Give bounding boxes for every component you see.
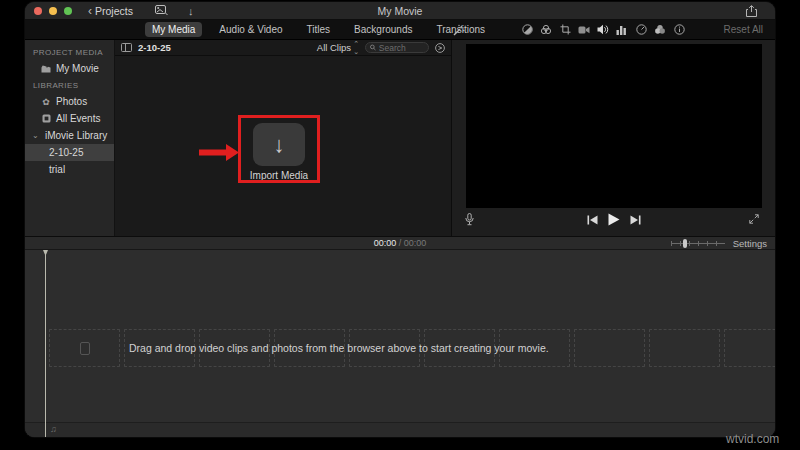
sidebar-item-label: iMovie Library [45,130,107,141]
event-title: 2-10-25 [138,42,171,53]
photos-flower-icon: ✿ [41,97,51,107]
noise-equalizer-icon[interactable] [616,24,628,36]
media-browser-header: 2-10-25 All Clips ⌃⌄ [115,40,451,56]
timeline-pane[interactable]: Drag and drop video clips and photos fro… [25,250,775,437]
chevron-left-icon: ‹ [88,6,92,16]
sidebar-item-all-events[interactable]: All Events [25,110,114,127]
minimize-window-button[interactable] [49,7,57,15]
color-balance-icon[interactable] [521,24,533,36]
clip-placeholder-box [49,329,120,367]
sidebar-item-label: Photos [56,96,87,107]
audio-lane: ♫ [25,423,775,437]
media-browser-pane: 2-10-25 All Clips ⌃⌄ ↓ [115,40,452,236]
speed-icon[interactable] [635,24,647,36]
watermark: wtvid.com [726,432,779,446]
sidebar-item-photos[interactable]: ✿ Photos [25,93,114,110]
toggle-sidebar-icon[interactable] [121,43,132,52]
timecode: 00:00 / 00:00 [374,238,427,248]
search-field[interactable] [365,42,429,53]
content-row: PROJECT MEDIA My Movie LIBRARIES ✿ Photo… [25,40,775,236]
window-title: My Movie [25,5,775,17]
timecode-total: 00:00 [404,238,427,248]
clip-placeholder-box [724,329,775,367]
annotation-red-rectangle [238,115,320,183]
transport-controls [452,213,775,226]
sidebar-item-label: My Movie [56,63,99,74]
tab-bar: My Media Audio & Video Titles Background… [25,20,775,40]
sidebar-item-trial[interactable]: trial [25,161,114,178]
timeline-zoom-slider[interactable] [671,240,725,247]
search-icon [370,44,376,51]
clip-placeholder-box [574,329,645,367]
sidebar-item-my-movie[interactable]: My Movie [25,60,114,77]
imovie-window: ‹ Projects ↓ My Movie My Media Audio & V… [25,2,775,437]
chevron-updown-icon: ⌃⌄ [353,40,359,56]
effects-icon[interactable] [654,24,666,36]
tab-my-media[interactable]: My Media [145,22,202,37]
chevron-down-icon[interactable]: ⌄ [32,131,40,140]
timecode-current: 00:00 [374,238,397,248]
playhead[interactable] [45,250,46,437]
sidebar-item-label: All Events [56,113,100,124]
video-preview [466,44,762,208]
desktop-background: ‹ Projects ↓ My Movie My Media Audio & V… [0,0,800,450]
media-placeholder-icon [80,342,90,355]
projects-back-button[interactable]: ‹ Projects [88,5,133,17]
viewer-controls [452,208,775,236]
reset-all-button[interactable]: Reset All [724,24,763,35]
title-bar: ‹ Projects ↓ My Movie [25,2,775,20]
sidebar-item-imovie-library[interactable]: ⌄ iMovie Library [25,127,114,144]
clapperboard-icon [41,65,51,73]
skip-forward-icon[interactable] [630,215,641,225]
clips-filter-label: All Clips [317,42,351,53]
skip-back-icon[interactable] [587,215,598,225]
tab-titles[interactable]: Titles [300,22,338,37]
zoom-slider-thumb[interactable] [683,239,687,248]
timeline-settings-button[interactable]: Settings [733,238,767,249]
fullscreen-icon[interactable] [749,214,759,224]
libraries-header: LIBRARIES [25,77,114,93]
annotation-red-arrow [199,144,239,161]
clip-placeholder-box [649,329,720,367]
music-note-icon: ♫ [50,424,57,434]
play-icon[interactable] [608,213,620,226]
volume-icon[interactable] [597,24,609,36]
traffic-lights [34,7,72,15]
all-events-icon [41,114,51,123]
sidebar: PROJECT MEDIA My Movie LIBRARIES ✿ Photo… [25,40,115,236]
adjustment-toolbar [521,24,685,36]
clips-filter-dropdown[interactable]: All Clips ⌃⌄ [317,40,359,56]
crop-icon[interactable] [559,24,571,36]
search-input[interactable] [379,43,424,53]
timeline-toolbar-right: Settings [671,238,767,249]
enhance-wand-icon[interactable] [453,24,465,36]
timeline-toolbar: 00:00 / 00:00 Settings [25,236,775,250]
stabilization-icon[interactable] [578,24,590,36]
timeline-drop-message: Drag and drop video clips and photos fro… [129,329,549,367]
clip-info-icon[interactable] [673,24,685,36]
project-media-header: PROJECT MEDIA [25,44,114,60]
zoom-window-button[interactable] [64,7,72,15]
viewer-pane [452,40,775,236]
browser-tabs: My Media Audio & Video Titles Background… [145,22,492,37]
close-window-button[interactable] [34,7,42,15]
share-icon[interactable] [746,5,757,17]
import-arrow-icon[interactable]: ↓ [188,5,194,17]
clip-filter-icon[interactable] [435,43,445,53]
sidebar-item-event-2-10-25[interactable]: 2-10-25 [25,144,114,161]
color-correction-icon[interactable] [540,24,552,36]
media-browser-icon[interactable] [155,5,168,16]
projects-back-label: Projects [95,5,133,17]
tab-audio-video[interactable]: Audio & Video [212,22,289,37]
tab-backgrounds[interactable]: Backgrounds [347,22,419,37]
